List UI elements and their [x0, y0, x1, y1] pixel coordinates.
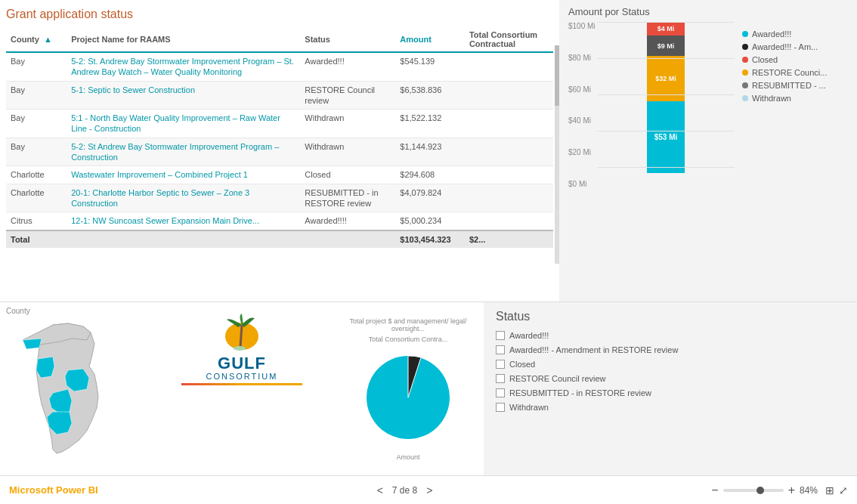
table-row: Bay 5-1: Septic to Sewer Construction RE… [6, 81, 553, 110]
grid-line-40 [597, 131, 735, 131]
bars-inner: $4 Mi $9 Mi $32 Mi [597, 22, 735, 203]
gulf-text: GULF [166, 355, 317, 372]
cell-status: Awarded!!! [300, 52, 395, 81]
cell-project: 5-2: St. Andrew Bay Stormwater Improveme… [67, 52, 300, 81]
bar-segment-closed: $4 Mi [647, 22, 685, 36]
legend-label-closed: Closed [752, 55, 778, 64]
cell-status: Closed [300, 166, 395, 184]
legend-item-withdrawn[interactable]: Withdrawn [742, 94, 848, 103]
y-label-20: $20 Mi [568, 148, 597, 156]
status-checkbox[interactable] [496, 388, 505, 397]
table-row: Bay 5-2: St. Andrew Bay Stormwater Impro… [6, 52, 553, 81]
zoom-plus[interactable]: + [788, 484, 795, 497]
logo-divider [181, 383, 302, 385]
cell-total [465, 184, 553, 212]
scroll-indicator[interactable] [555, 45, 559, 264]
gulf-consortium-logo: GULF CONSORTIUM [166, 314, 317, 388]
cell-project: Wastewater Improvement – Combined Projec… [67, 166, 300, 184]
total-row: Total $103,454.323 $2... [6, 230, 553, 248]
cell-project: 12-1: NW Suncoast Sewer Expansion Main D… [67, 212, 300, 230]
status-filter-label: RESUBMITTED - in RESTORE review [509, 388, 651, 397]
status-filter-item[interactable]: Awarded!!! [496, 331, 845, 340]
cell-county: Charlotte [6, 184, 67, 212]
status-filter-item[interactable]: RESUBMITTED - in RESTORE review [496, 388, 845, 397]
bar-wrapper: $100 Mi $80 Mi $60 Mi $40 Mi $20 Mi $0 M… [568, 22, 735, 203]
cell-status: RESTORE Council review [300, 81, 395, 110]
bar-stack: $4 Mi $9 Mi $32 Mi [643, 22, 688, 188]
pie-center-label: Total Consortium Contra... [369, 335, 448, 343]
fullscreen-icon[interactable]: ⤢ [839, 484, 848, 496]
cell-total [465, 110, 553, 138]
status-checkbox[interactable] [496, 403, 505, 412]
sort-arrow-county: ▲ [44, 35, 52, 44]
grid-line-100 [597, 22, 735, 23]
col-status[interactable]: Status [300, 27, 395, 52]
total-consortium: $2... [465, 230, 553, 248]
bottom-section: County [0, 301, 857, 475]
main-container: Grant application status County ▲ Projec… [0, 0, 857, 504]
cell-project: 5-1: Septic to Sewer Construction [67, 81, 300, 110]
pie-chart-title: Total project $ and management/ legal/ o… [337, 317, 479, 332]
bars-area: $4 Mi $9 Mi $32 Mi [597, 22, 735, 203]
status-checkbox[interactable] [496, 374, 505, 383]
legend-dot-withdrawn [742, 95, 748, 101]
col-amount[interactable]: Amount [395, 27, 465, 52]
chart-legend: Awarded!!! Awarded!!! - Am... Closed RES… [742, 22, 848, 203]
page-nav: < 7 de 8 > [374, 483, 436, 498]
status-filter-list: Awarded!!! Awarded!!! - Amendment in RES… [496, 331, 845, 412]
status-filter-label: Withdrawn [509, 403, 549, 412]
cell-amount: $1,144.923 [395, 138, 465, 166]
col-total[interactable]: Total ConsortiumContractual [465, 27, 553, 52]
prev-page-button[interactable]: < [374, 483, 386, 498]
status-checkbox[interactable] [496, 360, 505, 369]
scroll-thumb[interactable] [555, 45, 559, 106]
legend-item-awarded[interactable]: Awarded!!! [742, 29, 848, 39]
y-label-40: $40 Mi [568, 116, 597, 125]
bar-chart-container: $100 Mi $80 Mi $60 Mi $40 Mi $20 Mi $0 M… [568, 22, 735, 203]
brand-link[interactable]: Microsoft Power BI [9, 484, 98, 496]
status-filter-label: RESTORE Council review [509, 374, 606, 383]
bar-label-closed: $4 Mi [657, 25, 675, 32]
legend-item-awarded-am[interactable]: Awarded!!! - Am... [742, 42, 848, 51]
status-filter-item[interactable]: Closed [496, 360, 845, 369]
map-county-label: County [6, 307, 30, 315]
chart-panel: Amount por Status $100 Mi $80 Mi $60 Mi … [559, 0, 857, 301]
col-project[interactable]: Project Name for RAAMS [67, 27, 300, 52]
legend-item-resubmitted[interactable]: RESUBMITTED - ... [742, 81, 848, 90]
cell-county: Bay [6, 52, 67, 81]
total-amount: $103,454.323 [395, 230, 465, 248]
cell-amount: $5,000.234 [395, 212, 465, 230]
page-info: 7 de 8 [392, 485, 417, 496]
cell-total [465, 81, 553, 110]
cell-amount: $294.608 [395, 166, 465, 184]
cell-total [465, 166, 553, 184]
status-filter-item[interactable]: RESTORE Council review [496, 374, 845, 383]
legend-item-closed[interactable]: Closed [742, 55, 848, 64]
col-county[interactable]: County ▲ [6, 27, 67, 52]
cell-status: Withdrawn [300, 138, 395, 166]
status-filter-item[interactable]: Withdrawn [496, 403, 845, 412]
cell-total [465, 52, 553, 81]
florida-map [8, 317, 144, 465]
status-filter-item[interactable]: Awarded!!! - Amendment in RESTORE review [496, 345, 845, 354]
cell-amount: $4,079.824 [395, 184, 465, 212]
pie-panel: Total project $ and management/ legal/ o… [333, 302, 484, 475]
zoom-minus[interactable]: − [711, 484, 718, 497]
fit-page-icon[interactable]: ⊞ [825, 484, 834, 496]
chart-area: $100 Mi $80 Mi $60 Mi $40 Mi $20 Mi $0 M… [568, 22, 848, 203]
status-filter-panel: Status Awarded!!! Awarded!!! - Amendment… [484, 302, 857, 475]
bar-label-restore: $32 Mi [655, 75, 676, 82]
zoom-slider[interactable] [723, 489, 784, 492]
cell-project: 20-1: Charlotte Harbor Septic to Sewer –… [67, 184, 300, 212]
next-page-button[interactable]: > [423, 483, 435, 498]
pie-label-bottom: Amount [396, 453, 419, 461]
legend-label-resubmitted: RESUBMITTED - ... [752, 81, 826, 90]
table-row: Bay 5:1 - North Bay Water Quality Improv… [6, 110, 553, 138]
bar-segment-awarded: $53 Mi [647, 101, 685, 173]
legend-label-awarded-am: Awarded!!! - Am... [752, 42, 818, 51]
cell-county: Citrus [6, 212, 67, 230]
legend-item-restore[interactable]: RESTORE Counci... [742, 68, 848, 77]
status-checkbox[interactable] [496, 345, 505, 354]
status-checkbox[interactable] [496, 331, 505, 340]
y-label-100: $100 Mi [568, 22, 597, 30]
